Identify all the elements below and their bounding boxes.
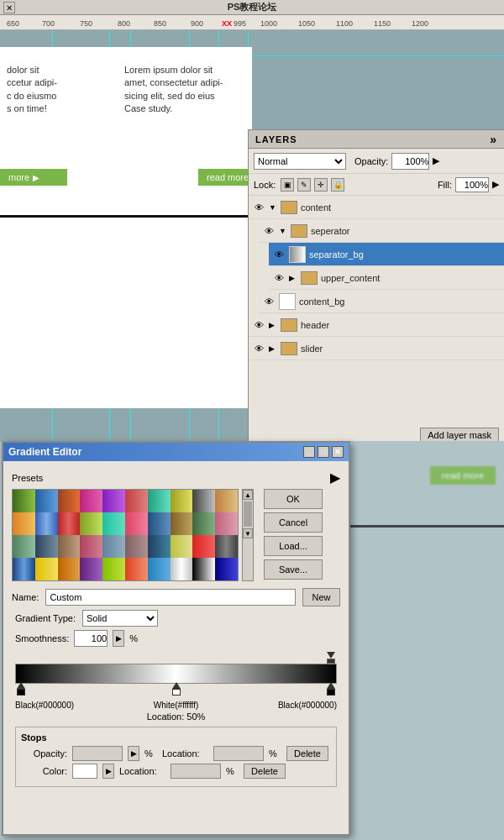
- preset-swatch[interactable]: [125, 535, 148, 558]
- color-location-input[interactable]: [171, 764, 221, 779]
- eye-icon-content[interactable]: 👁: [252, 201, 265, 214]
- ok-button[interactable]: OK: [264, 489, 323, 509]
- preset-swatch[interactable]: [192, 512, 215, 535]
- preset-swatch[interactable]: [148, 535, 171, 558]
- preset-swatch[interactable]: [80, 490, 102, 512]
- fill-arrow[interactable]: ▶: [492, 179, 499, 190]
- opacity-arrow[interactable]: ▶: [433, 155, 439, 166]
- color-stop-black-right[interactable]: [327, 682, 335, 696]
- save-button[interactable]: Save...: [264, 559, 323, 580]
- expand-upper-content[interactable]: ▶: [289, 274, 297, 282]
- preset-swatch[interactable]: [13, 535, 35, 558]
- preset-swatch[interactable]: [125, 512, 148, 535]
- gradient-type-select[interactable]: Solid Noise: [82, 610, 158, 627]
- presets-grid[interactable]: [12, 489, 239, 581]
- preset-swatch[interactable]: [35, 490, 58, 512]
- opacity-location-input[interactable]: [213, 746, 264, 761]
- close-dialog-button[interactable]: ✕: [332, 446, 344, 458]
- eye-icon-slider[interactable]: 👁: [252, 342, 265, 355]
- layer-row-content[interactable]: 👁 ▼ content: [249, 196, 504, 219]
- preset-swatch[interactable]: [80, 558, 102, 580]
- preset-swatch[interactable]: [58, 490, 81, 512]
- gradient-bar[interactable]: [15, 664, 337, 684]
- blend-mode-select[interactable]: Normal Multiply Screen: [254, 153, 346, 170]
- preset-swatch[interactable]: [102, 490, 125, 512]
- preset-swatch[interactable]: [35, 558, 58, 580]
- scroll-down-button[interactable]: ▼: [243, 528, 253, 538]
- preset-swatch[interactable]: [102, 535, 125, 558]
- scroll-up-button[interactable]: ▲: [243, 490, 253, 500]
- preset-swatch[interactable]: [58, 512, 81, 535]
- preset-swatch[interactable]: [215, 512, 238, 535]
- lock-paint-icon[interactable]: ✎: [297, 178, 311, 192]
- layer-row-header[interactable]: 👁 ▶ header: [249, 313, 504, 337]
- preset-swatch[interactable]: [192, 558, 215, 580]
- expand-slider[interactable]: ▶: [269, 344, 277, 353]
- lock-all-icon[interactable]: 🔒: [331, 178, 344, 192]
- name-input[interactable]: [45, 589, 296, 606]
- preset-swatch[interactable]: [148, 558, 171, 580]
- preset-swatch[interactable]: [148, 490, 171, 512]
- preset-swatch[interactable]: [215, 490, 238, 512]
- layer-row-content-bg[interactable]: 👁 content_bg: [259, 290, 504, 313]
- preset-swatch[interactable]: [148, 512, 171, 535]
- load-button[interactable]: Load...: [264, 536, 323, 556]
- preset-swatch[interactable]: [13, 490, 35, 512]
- close-button[interactable]: ✕: [3, 2, 15, 13]
- opacity-delete-button[interactable]: Delete: [286, 746, 328, 761]
- color-stop-black-left[interactable]: [17, 682, 25, 696]
- preset-swatch[interactable]: [192, 535, 215, 558]
- opacity-value-input[interactable]: [72, 746, 123, 761]
- preset-swatch[interactable]: [13, 558, 35, 580]
- preset-swatch[interactable]: [125, 558, 148, 580]
- add-layer-mask-button[interactable]: Add layer mask: [420, 428, 499, 442]
- preset-swatch[interactable]: [35, 535, 58, 558]
- color-stop-white[interactable]: [172, 682, 181, 696]
- color-arrow-button[interactable]: ▶: [102, 764, 114, 779]
- lock-transparency-icon[interactable]: ▣: [281, 178, 294, 192]
- preset-swatch[interactable]: [192, 490, 215, 512]
- cancel-button[interactable]: Cancel: [264, 512, 323, 533]
- preset-swatch[interactable]: [215, 535, 238, 558]
- eye-icon-upper-content[interactable]: 👁: [272, 271, 286, 285]
- new-button[interactable]: New: [302, 588, 340, 606]
- preset-swatch[interactable]: [13, 512, 35, 535]
- preset-swatch[interactable]: [35, 512, 58, 535]
- expand-header[interactable]: ▶: [269, 321, 277, 329]
- preset-swatch[interactable]: [171, 558, 193, 580]
- presets-scrollbar[interactable]: ▲ ▼: [242, 489, 254, 581]
- minimize-button[interactable]: _: [303, 446, 315, 458]
- color-swatch[interactable]: [72, 764, 97, 779]
- preset-swatch[interactable]: [58, 535, 81, 558]
- preset-swatch[interactable]: [171, 490, 193, 512]
- restore-button[interactable]: □: [318, 446, 329, 458]
- preset-swatch[interactable]: [171, 512, 193, 535]
- scroll-thumb[interactable]: [244, 501, 252, 527]
- expand-seperator[interactable]: ▼: [279, 227, 287, 235]
- preset-swatch[interactable]: [215, 558, 238, 580]
- layer-row-upper-content[interactable]: 👁 ▶ upper_content: [269, 266, 504, 290]
- preset-swatch[interactable]: [80, 535, 102, 558]
- preset-swatch[interactable]: [125, 490, 148, 512]
- layer-row-separator-bg[interactable]: 👁 separator_bg: [269, 243, 504, 266]
- eye-icon-content-bg[interactable]: 👁: [262, 295, 276, 308]
- preset-swatch[interactable]: [171, 535, 193, 558]
- smoothness-input[interactable]: [74, 630, 108, 647]
- expand-content[interactable]: ▼: [269, 203, 277, 212]
- eye-icon-separator-bg[interactable]: 👁: [272, 248, 286, 261]
- fill-input[interactable]: [455, 177, 489, 192]
- opacity-arrow-button[interactable]: ▶: [128, 746, 139, 761]
- layers-expand-button[interactable]: »: [490, 133, 497, 146]
- preset-swatch[interactable]: [102, 558, 125, 580]
- opacity-input[interactable]: [391, 153, 429, 170]
- eye-icon-header[interactable]: 👁: [252, 318, 265, 332]
- lock-move-icon[interactable]: ✛: [314, 178, 328, 192]
- preset-swatch[interactable]: [80, 512, 102, 535]
- color-delete-button[interactable]: Delete: [244, 764, 286, 779]
- layer-row-slider[interactable]: 👁 ▶ slider: [249, 337, 504, 360]
- smoothness-arrow[interactable]: ▶: [113, 630, 124, 647]
- eye-icon-seperator[interactable]: 👁: [262, 224, 276, 238]
- preset-swatch[interactable]: [58, 558, 81, 580]
- more-button[interactable]: more ▶: [0, 169, 67, 186]
- presets-expand-icon[interactable]: ▶: [330, 470, 340, 486]
